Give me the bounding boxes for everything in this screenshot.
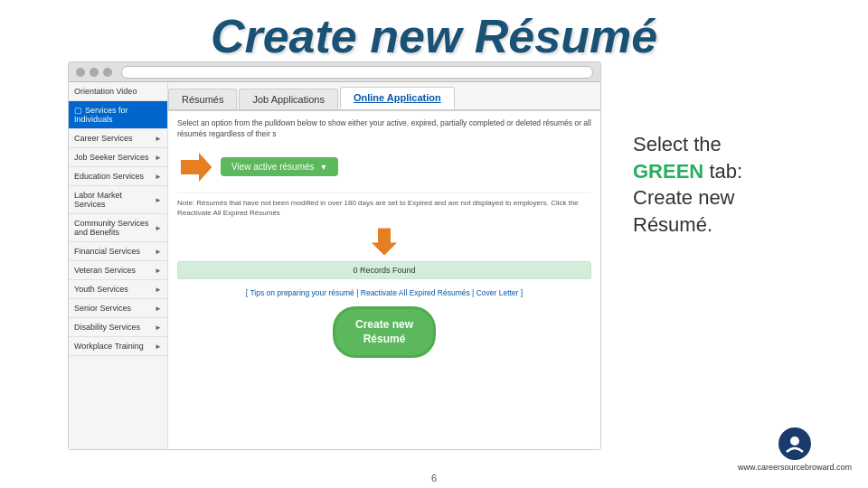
tab-resumes[interactable]: Résumés: [168, 89, 237, 109]
down-arrow-icon: [366, 225, 402, 257]
sidebar-item-label: Labor Market Services: [74, 191, 155, 209]
sidebar: Orientation Video ▢Services for Individu…: [69, 82, 168, 450]
sidebar-item-label: Education Services: [74, 172, 144, 181]
content-area: Résumés Job Applications Online Applicat…: [168, 82, 600, 449]
instruction-text: Select an option from the pulldown below…: [177, 118, 591, 140]
chevron-icon: ►: [155, 173, 162, 181]
sidebar-item-label: Disability Services: [74, 323, 140, 332]
down-arrow-wrapper: [177, 225, 591, 257]
right-text-line1: Select the: [633, 133, 722, 155]
links-row: [ Tips on preparing your résumé | Reacti…: [177, 288, 591, 297]
tab-job-applications[interactable]: Job Applications: [239, 89, 338, 109]
right-panel-text: Select the GREEN tab: Create new Résumé.: [633, 131, 850, 239]
right-text-line4: Create new: [633, 186, 735, 209]
sidebar-item-education[interactable]: Education Services ►: [69, 167, 167, 186]
note-text: Note: Résumés that have not been modifie…: [177, 192, 591, 218]
chevron-icon: ►: [155, 267, 162, 275]
logo-text: www.careersourcebroward.com: [738, 463, 852, 472]
content-body: Select an option from the pulldown below…: [168, 111, 600, 365]
dropdown-arrow-icon: ▼: [320, 163, 328, 172]
right-arrow-icon: [177, 149, 213, 185]
sidebar-item-label: Job Seeker Services: [74, 153, 149, 162]
sidebar-item-disability[interactable]: Disability Services ►: [69, 318, 167, 337]
dropdown-label: View active résumés: [231, 162, 315, 172]
sidebar-item-workplace[interactable]: Workplace Training ►: [69, 337, 167, 356]
careersource-logo-icon: [778, 427, 811, 460]
logo-svg: [785, 434, 805, 454]
browser-window: Orientation Video ▢Services for Individu…: [68, 61, 601, 450]
svg-point-2: [790, 436, 799, 446]
browser-dot-3: [103, 68, 112, 77]
browser-topbar: [69, 62, 600, 82]
chevron-icon: ►: [155, 248, 162, 256]
chevron-icon: ►: [155, 135, 162, 143]
page-title: Create new Résumé: [0, 0, 868, 63]
tabs-row: Résumés Job Applications Online Applicat…: [168, 82, 600, 111]
sidebar-item-label: ▢Services for Individuals: [74, 106, 162, 124]
sidebar-item-orientation[interactable]: Orientation Video: [69, 82, 167, 101]
records-found-bar: 0 Records Found: [177, 261, 591, 279]
right-text-line3: tab:: [709, 160, 742, 183]
right-text-highlight: GREEN: [633, 160, 703, 183]
chevron-icon: ►: [155, 224, 162, 232]
sidebar-item-labormarket[interactable]: Labor Market Services ►: [69, 186, 167, 214]
chevron-icon: ►: [155, 343, 162, 351]
logo-area: www.careersourcebroward.com: [738, 427, 852, 472]
sidebar-item-veteran[interactable]: Veteran Services ►: [69, 261, 167, 280]
dropdown-row: View active résumés ▼: [177, 149, 591, 185]
right-text-line5: Résumé.: [633, 213, 712, 236]
sidebar-item-label: Orientation Video: [74, 87, 137, 96]
sidebar-item-financial[interactable]: Financial Services ►: [69, 242, 167, 261]
browser-dot-2: [90, 68, 99, 77]
sidebar-item-label: Workplace Training: [74, 342, 144, 351]
svg-marker-0: [181, 153, 212, 182]
right-panel: Select the GREEN tab: Create new Résumé.: [633, 131, 850, 239]
chevron-icon: ►: [155, 196, 162, 204]
create-new-resume-button[interactable]: Create new Résumé: [333, 306, 436, 358]
tab-online-application[interactable]: Online Application: [340, 87, 455, 109]
sidebar-item-community[interactable]: Community Services and Benefits ►: [69, 214, 167, 242]
address-bar[interactable]: [121, 66, 593, 79]
chevron-icon: ►: [155, 154, 162, 162]
sidebar-item-label: Career Services: [74, 134, 133, 143]
sidebar-item-senior[interactable]: Senior Services ►: [69, 299, 167, 318]
sidebar-item-career[interactable]: Career Services ►: [69, 129, 167, 148]
chevron-icon: ►: [155, 324, 162, 332]
create-btn-line1: Create new: [355, 318, 413, 331]
svg-marker-1: [372, 229, 397, 256]
sidebar-item-label: Community Services and Benefits: [74, 219, 155, 237]
sidebar-item-label: Veteran Services: [74, 266, 136, 275]
page-number: 6: [431, 473, 437, 483]
sidebar-item-jobseeker[interactable]: Job Seeker Services ►: [69, 148, 167, 167]
chevron-icon: ►: [155, 286, 162, 294]
create-btn-wrapper: Create new Résumé: [177, 306, 591, 358]
browser-dot-1: [76, 68, 85, 77]
sidebar-item-youth[interactable]: Youth Services ►: [69, 280, 167, 299]
sidebar-item-label: Senior Services: [74, 304, 131, 313]
chevron-icon: ►: [155, 305, 162, 313]
view-active-resumes-dropdown[interactable]: View active résumés ▼: [221, 157, 338, 176]
sidebar-item-label: Financial Services: [74, 247, 140, 256]
sidebar-item-services-individuals[interactable]: ▢Services for Individuals: [69, 101, 167, 129]
sidebar-item-label: Youth Services: [74, 285, 128, 294]
create-btn-line2: Résumé: [363, 333, 406, 345]
